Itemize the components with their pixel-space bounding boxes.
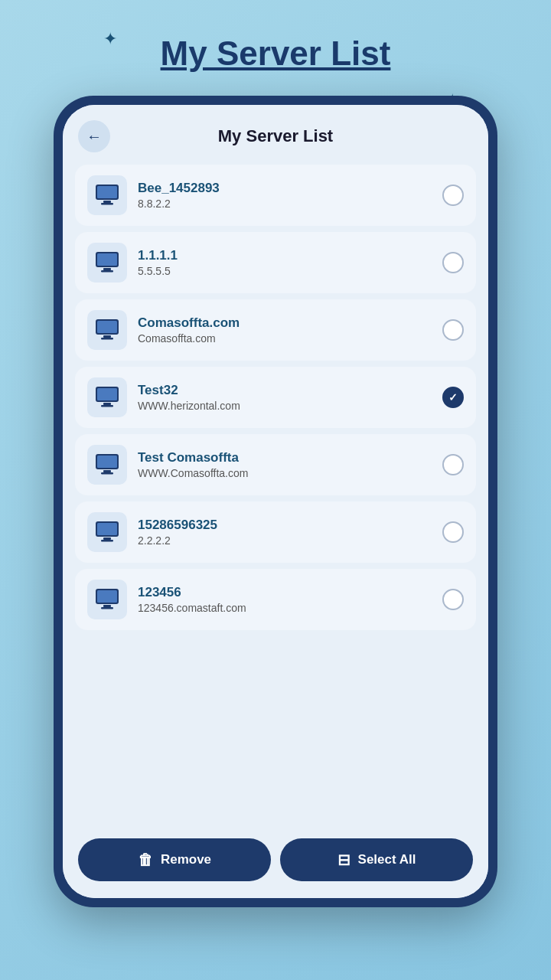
select-all-icon: ⊟: [337, 851, 350, 869]
server-icon-3: [87, 377, 127, 417]
server-ip-0: 8.8.2.2: [138, 198, 432, 210]
server-icon-6: [87, 580, 127, 619]
svg-rect-15: [101, 405, 113, 407]
page-title: My Server List: [161, 34, 391, 73]
server-icon-4: [87, 445, 127, 485]
server-name-6: 123456: [138, 585, 432, 600]
radio-button-6[interactable]: [442, 589, 464, 610]
server-info-5: 15286596325 2.2.2.2: [138, 518, 432, 547]
radio-button-0[interactable]: [442, 185, 464, 206]
back-arrow-icon: ←: [86, 128, 102, 145]
svg-rect-10: [103, 335, 111, 338]
svg-rect-11: [101, 338, 113, 340]
server-name-2: Comasoffta.com: [138, 315, 432, 331]
svg-rect-26: [103, 605, 111, 607]
svg-rect-22: [103, 537, 111, 540]
select-all-button[interactable]: ⊟ Select All: [280, 838, 473, 881]
phone-frame: ← My Server List Bee_1452893 8.8.2.2: [54, 96, 497, 907]
radio-button-1[interactable]: [442, 252, 464, 273]
server-icon-0: [87, 175, 127, 215]
server-name-5: 15286596325: [138, 518, 432, 533]
bottom-bar: 🗑 Remove ⊟ Select All: [63, 828, 488, 898]
svg-rect-27: [101, 607, 113, 609]
server-ip-6: 123456.comastaft.com: [138, 602, 432, 614]
server-item[interactable]: 1.1.1.1 5.5.5.5: [75, 232, 476, 293]
server-icon-5: [87, 512, 127, 552]
remove-label: Remove: [161, 852, 211, 867]
server-name-3: Test32: [138, 383, 432, 398]
svg-rect-17: [97, 456, 117, 468]
server-ip-5: 2.2.2.2: [138, 534, 432, 547]
remove-button[interactable]: 🗑 Remove: [78, 838, 271, 881]
svg-rect-23: [101, 540, 113, 542]
svg-rect-14: [103, 403, 111, 405]
server-item[interactable]: 15286596325 2.2.2.2: [75, 501, 476, 563]
remove-icon: 🗑: [138, 851, 153, 869]
radio-button-5[interactable]: [442, 521, 464, 543]
radio-button-2[interactable]: [442, 319, 464, 341]
server-item[interactable]: Test Comasoffta WWW.Comasoffta.com: [75, 434, 476, 495]
server-info-3: Test32 WWW.herizontal.com: [138, 383, 432, 412]
back-button[interactable]: ←: [78, 120, 110, 152]
server-info-2: Comasoffta.com Comasoffta.com: [138, 315, 432, 345]
svg-rect-3: [101, 203, 113, 205]
server-info-0: Bee_1452893 8.8.2.2: [138, 181, 432, 210]
server-item[interactable]: Bee_1452893 8.8.2.2: [75, 165, 476, 226]
svg-rect-25: [97, 590, 117, 603]
server-icon-1: [87, 243, 127, 283]
star-decoration-1: ✦: [103, 29, 117, 49]
screen-header: ← My Server List: [63, 105, 488, 158]
svg-rect-6: [103, 268, 111, 270]
svg-rect-2: [103, 201, 111, 203]
server-name-4: Test Comasoffta: [138, 450, 432, 466]
radio-button-3[interactable]: [442, 387, 464, 408]
server-ip-2: Comasoffta.com: [138, 332, 432, 345]
server-info-1: 1.1.1.1 5.5.5.5: [138, 248, 432, 277]
phone-screen: ← My Server List Bee_1452893 8.8.2.2: [63, 105, 488, 898]
server-name-1: 1.1.1.1: [138, 248, 432, 263]
server-item[interactable]: Comasoffta.com Comasoffta.com: [75, 299, 476, 361]
svg-rect-21: [97, 523, 117, 535]
svg-rect-1: [97, 186, 117, 198]
server-name-0: Bee_1452893: [138, 181, 432, 196]
select-all-label: Select All: [358, 852, 416, 867]
svg-rect-9: [97, 321, 117, 333]
header-title: My Server List: [218, 126, 333, 146]
svg-rect-13: [97, 388, 117, 400]
server-info-4: Test Comasoffta WWW.Comasoffta.com: [138, 450, 432, 479]
server-item[interactable]: Test32 WWW.herizontal.com: [75, 367, 476, 428]
svg-rect-5: [97, 253, 117, 266]
server-ip-3: WWW.herizontal.com: [138, 400, 432, 412]
radio-button-4[interactable]: [442, 454, 464, 475]
svg-rect-7: [101, 270, 113, 273]
svg-rect-18: [103, 470, 111, 472]
server-ip-1: 5.5.5.5: [138, 265, 432, 277]
server-list: Bee_1452893 8.8.2.2 1.1.1.1 5.5.5.5: [63, 158, 488, 828]
server-ip-4: WWW.Comasoffta.com: [138, 467, 432, 479]
server-icon-2: [87, 310, 127, 350]
server-info-6: 123456 123456.comastaft.com: [138, 585, 432, 614]
server-item[interactable]: 123456 123456.comastaft.com: [75, 569, 476, 630]
svg-rect-19: [101, 472, 113, 475]
